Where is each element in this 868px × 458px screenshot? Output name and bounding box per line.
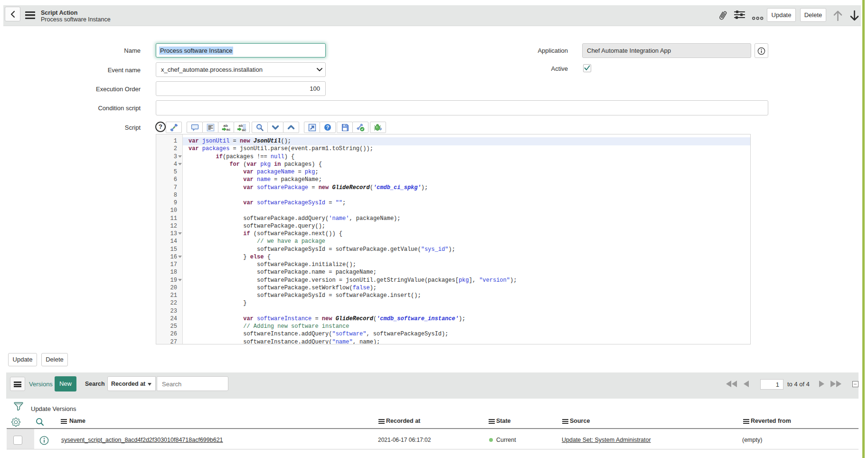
- svg-text:?: ?: [326, 124, 329, 130]
- svg-text:ac: ac: [226, 127, 230, 132]
- svg-text:ac: ac: [242, 128, 246, 132]
